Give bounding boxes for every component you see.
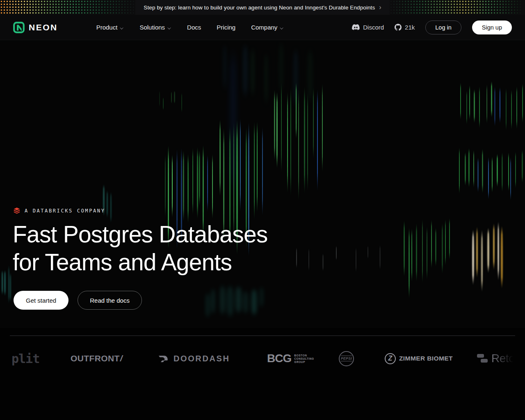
chevron-down-icon xyxy=(168,25,171,29)
pepsi-logo: PEPSI xyxy=(339,347,354,370)
retool-logo-partial: Reto xyxy=(477,347,515,370)
nav-item-company[interactable]: Company xyxy=(251,24,284,31)
neon-logo[interactable]: NEON xyxy=(13,22,58,33)
page-title: Fast Postgres Databases for Teams and Ag… xyxy=(13,221,268,276)
discord-label: Discord xyxy=(363,24,384,31)
announcement-text: Step by step: learn how to build your ow… xyxy=(144,5,375,11)
nav-item-solutions[interactable]: Solutions xyxy=(139,24,171,31)
github-star-count: 21k xyxy=(405,24,415,31)
announcement-banner[interactable]: Step by step: learn how to build your ow… xyxy=(0,0,525,15)
nav-item-product[interactable]: Product xyxy=(96,24,124,31)
chevron-down-icon xyxy=(120,25,124,29)
neon-logomark-icon xyxy=(13,22,25,33)
main-nav: NEON Product Solutions Docs Pricing Comp… xyxy=(0,15,525,40)
zimmer-z-icon: Z xyxy=(385,353,396,364)
pepsi-globe-icon: PEPSI xyxy=(339,351,354,366)
discord-icon xyxy=(352,24,360,30)
bcg-logo: BCG BOSTON CONSULTING GROUP xyxy=(267,347,314,370)
github-link[interactable]: 21k xyxy=(395,24,415,31)
logo-carousel: plit OUTFRONT/ DOORDASH BCG BOSTON CONSU… xyxy=(0,347,525,370)
databricks-eyebrow: A DATABRICKS COMPANY xyxy=(14,208,105,214)
read-docs-button[interactable]: Read the docs xyxy=(78,291,142,310)
section-divider xyxy=(10,336,515,336)
hero-section: A DATABRICKS COMPANY Fast Postgres Datab… xyxy=(0,40,525,328)
doordash-icon xyxy=(158,355,169,363)
nav-menu: Product Solutions Docs Pricing Company xyxy=(96,24,284,31)
databricks-icon xyxy=(14,208,20,214)
github-icon xyxy=(395,24,402,31)
get-started-button[interactable]: Get started xyxy=(14,291,68,310)
signup-button[interactable]: Sign up xyxy=(472,21,512,34)
doordash-logo: DOORDASH xyxy=(158,347,230,370)
replit-logo-partial: plit xyxy=(11,347,39,370)
outfront-logo: OUTFRONT/ xyxy=(71,347,123,370)
chevron-right-icon: › xyxy=(379,4,381,11)
nav-item-docs[interactable]: Docs xyxy=(187,24,201,31)
retool-icon xyxy=(477,354,488,363)
nav-item-pricing[interactable]: Pricing xyxy=(217,24,235,31)
discord-link[interactable]: Discord xyxy=(352,24,384,31)
zimmer-biomet-logo: Z ZIMMER BIOMET xyxy=(385,347,453,370)
chevron-down-icon xyxy=(280,25,284,29)
neon-wordmark: NEON xyxy=(29,23,58,32)
login-button[interactable]: Log in xyxy=(425,21,461,34)
logo-carousel-section: plit OUTFRONT/ DOORDASH BCG BOSTON CONSU… xyxy=(0,328,525,420)
eyebrow-label: A DATABRICKS COMPANY xyxy=(25,208,105,214)
nav-actions: Discord 21k Log in Sign up xyxy=(352,21,512,34)
